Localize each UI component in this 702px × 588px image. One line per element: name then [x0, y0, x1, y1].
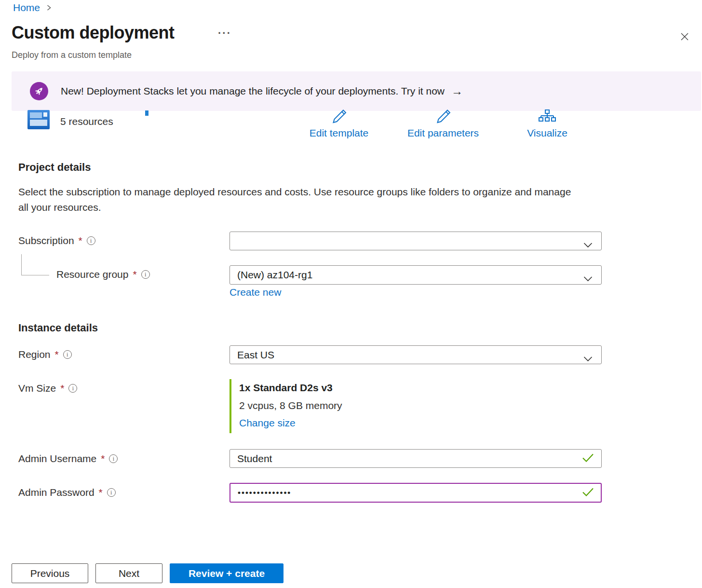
review-create-button[interactable]: Review + create [170, 563, 284, 583]
chevron-down-icon [583, 239, 593, 250]
region-dropdown[interactable]: East US [230, 345, 602, 364]
required-asterisk: * [55, 349, 59, 360]
template-resources-icon [27, 110, 50, 129]
info-icon[interactable]: i [141, 270, 150, 279]
admin-password-input[interactable] [230, 483, 602, 503]
rocket-icon [30, 82, 48, 100]
admin-username-label: Admin Username * i [18, 453, 118, 465]
admin-password-label: Admin Password * i [18, 487, 116, 498]
create-new-link[interactable]: Create new [230, 287, 281, 298]
project-details-description: Select the subscription to manage deploy… [18, 184, 573, 215]
vm-size-label: Vm Size * i [18, 383, 77, 394]
info-icon[interactable]: i [68, 384, 77, 393]
admin-username-field-wrap [230, 449, 602, 468]
page-title: Custom deployment [12, 23, 175, 43]
breadcrumb: Home [13, 2, 52, 14]
page-subtitle: Deploy from a custom template [12, 50, 132, 60]
pencil-icon [331, 109, 347, 126]
vm-size-title: 1x Standard D2s v3 [239, 382, 333, 394]
chevron-right-icon [46, 4, 52, 11]
more-options-ellipsis[interactable]: ··· [218, 27, 231, 40]
admin-username-label-text: Admin Username [18, 453, 96, 465]
subscription-dropdown[interactable] [230, 232, 602, 250]
admin-password-field-wrap [230, 483, 602, 503]
banner-message: New! Deployment Stacks let you manage th… [61, 85, 445, 97]
subscription-label-text: Subscription [18, 235, 74, 246]
required-asterisk: * [60, 383, 64, 394]
resource-group-label: Resource group * i [56, 269, 150, 280]
arrow-right-icon: → [451, 85, 463, 97]
edit-parameters-label: Edit parameters [407, 127, 479, 139]
info-icon[interactable]: i [63, 350, 72, 359]
pencil-icon [435, 109, 451, 126]
edit-parameters-button[interactable]: Edit parameters [401, 109, 486, 139]
chevron-down-icon [583, 273, 593, 284]
required-asterisk: * [133, 269, 136, 280]
admin-password-label-text: Admin Password [18, 487, 94, 498]
info-icon[interactable]: i [87, 236, 95, 245]
deployment-stacks-banner[interactable]: New! Deployment Stacks let you manage th… [12, 71, 701, 111]
required-asterisk: * [99, 487, 103, 498]
checkmark-icon [582, 453, 594, 464]
visualize-button[interactable]: Visualize [505, 109, 590, 139]
region-label-text: Region [18, 349, 51, 360]
project-details-heading: Project details [18, 161, 91, 174]
region-value: East US [237, 349, 274, 361]
edit-template-label: Edit template [310, 127, 369, 139]
chevron-down-icon [583, 353, 593, 364]
vm-size-specs: 2 vcpus, 8 GB memory [239, 400, 342, 411]
cutoff-ui-fragment [145, 110, 148, 116]
next-button[interactable]: Next [95, 563, 162, 583]
edit-template-button[interactable]: Edit template [297, 109, 381, 139]
breadcrumb-home-link[interactable]: Home [13, 2, 40, 14]
instance-details-heading: Instance details [18, 322, 98, 334]
vm-size-selection: 1x Standard D2s v3 2 vcpus, 8 GB memory … [230, 379, 500, 433]
visualize-label: Visualize [527, 127, 567, 139]
info-icon[interactable]: i [109, 454, 118, 463]
resource-group-dropdown[interactable]: (New) az104-rg1 [230, 265, 602, 285]
vm-size-label-text: Vm Size [18, 383, 56, 394]
org-chart-icon [539, 109, 556, 126]
hierarchy-connector-horizontal [21, 275, 49, 275]
hierarchy-connector-vertical [21, 254, 22, 275]
region-label: Region * i [18, 349, 72, 360]
subscription-label: Subscription * i [18, 235, 95, 246]
resource-group-value: (New) az104-rg1 [237, 269, 312, 281]
previous-button[interactable]: Previous [12, 563, 88, 583]
resources-count-label: 5 resources [60, 116, 113, 127]
resource-group-label-text: Resource group [56, 269, 128, 280]
close-icon[interactable] [677, 29, 692, 44]
required-asterisk: * [79, 235, 82, 246]
required-asterisk: * [101, 453, 105, 465]
change-size-link[interactable]: Change size [239, 417, 296, 429]
checkmark-icon [582, 487, 594, 498]
admin-username-input[interactable] [230, 449, 602, 468]
info-icon[interactable]: i [107, 488, 116, 497]
